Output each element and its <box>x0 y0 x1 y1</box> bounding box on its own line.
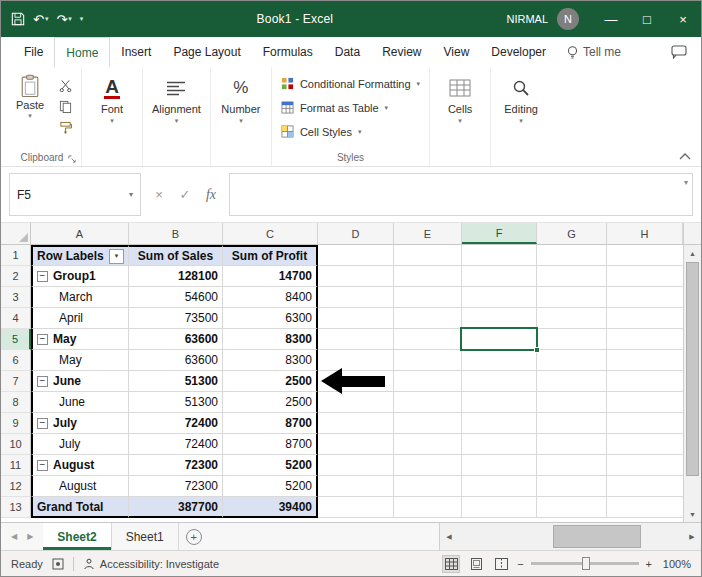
horizontal-scroll-track[interactable] <box>458 523 683 550</box>
cell-C4[interactable]: 6300 <box>223 308 318 329</box>
row-header-9[interactable]: 9 <box>1 413 31 434</box>
empty-cells-row8[interactable] <box>318 392 683 413</box>
cell-A4[interactable]: April <box>31 308 129 329</box>
cell-C12[interactable]: 5200 <box>223 476 318 497</box>
scroll-down-button[interactable]: ▼ <box>684 506 701 522</box>
cell-styles-button[interactable]: Cell Styles ▾ <box>277 121 424 142</box>
cell-C6[interactable]: 8300 <box>223 350 318 371</box>
cell-B10[interactable]: 72400 <box>129 434 223 455</box>
next-sheet-button[interactable]: ▶ <box>27 532 33 541</box>
column-header-A[interactable]: A <box>31 223 129 244</box>
cell-C5[interactable]: 8300 <box>223 329 318 350</box>
formula-input[interactable]: ▾ <box>229 173 693 216</box>
cell-A7[interactable]: − June <box>31 371 129 392</box>
cell-B3[interactable]: 54600 <box>129 287 223 308</box>
cell-B8[interactable]: 51300 <box>129 392 223 413</box>
cell-B6[interactable]: 63600 <box>129 350 223 371</box>
column-header-D[interactable]: D <box>318 223 394 244</box>
empty-cells-row5[interactable] <box>318 329 683 350</box>
cell-A1[interactable]: Row Labels ▼ <box>31 245 129 266</box>
cell-C1[interactable]: Sum of Profit <box>223 245 318 266</box>
cell-A5[interactable]: − May <box>31 329 129 350</box>
tab-home[interactable]: Home <box>54 37 110 67</box>
vertical-scrollbar[interactable]: ▲ ▼ <box>683 245 701 522</box>
cells-button[interactable]: Cells ▾ <box>435 69 485 125</box>
cell-B1[interactable]: Sum of Sales <box>129 245 223 266</box>
cell-C3[interactable]: 8400 <box>223 287 318 308</box>
macro-record-button[interactable] <box>52 558 64 570</box>
format-painter-button[interactable] <box>56 120 74 135</box>
cell-C13[interactable]: 39400 <box>223 497 318 518</box>
accessibility-checker[interactable]: Accessibility: Investigate <box>83 558 219 570</box>
cell-C8[interactable]: 2500 <box>223 392 318 413</box>
empty-cells-row2[interactable] <box>318 266 683 287</box>
collapse-august-icon[interactable]: − <box>37 460 48 471</box>
cell-A9[interactable]: − July <box>31 413 129 434</box>
cell-A3[interactable]: March <box>31 287 129 308</box>
minimize-button[interactable]: — <box>593 1 629 37</box>
cell-C10[interactable]: 8700 <box>223 434 318 455</box>
empty-cells-row1[interactable] <box>318 245 683 266</box>
row-header-12[interactable]: 12 <box>1 476 31 497</box>
empty-cells-row11[interactable] <box>318 455 683 476</box>
cell-A11[interactable]: − August <box>31 455 129 476</box>
clipboard-dialog-launcher[interactable] <box>68 155 76 163</box>
tab-view[interactable]: View <box>433 37 481 67</box>
cell-B9[interactable]: 72400 <box>129 413 223 434</box>
tab-data[interactable]: Data <box>324 37 371 67</box>
row-header-3[interactable]: 3 <box>1 287 31 308</box>
column-header-H[interactable]: H <box>607 223 683 244</box>
zoom-in-button[interactable]: + <box>646 558 652 570</box>
empty-cells-row7[interactable] <box>318 371 683 392</box>
copy-button[interactable] <box>56 99 74 114</box>
cell-A6[interactable]: May <box>31 350 129 371</box>
page-layout-view-button[interactable] <box>467 555 485 573</box>
empty-cells-row12[interactable] <box>318 476 683 497</box>
cell-B7[interactable]: 51300 <box>129 371 223 392</box>
cell-B12[interactable]: 72300 <box>129 476 223 497</box>
row-header-7[interactable]: 7 <box>1 371 31 392</box>
vertical-scroll-track[interactable] <box>684 261 701 506</box>
column-header-G[interactable]: G <box>537 223 607 244</box>
cell-B13[interactable]: 387700 <box>129 497 223 518</box>
zoom-handle[interactable] <box>582 557 590 570</box>
cell-C11[interactable]: 5200 <box>223 455 318 476</box>
undo-button[interactable]: ↶▾ <box>33 12 48 27</box>
column-header-E[interactable]: E <box>394 223 462 244</box>
empty-cells-row3[interactable] <box>318 287 683 308</box>
scroll-left-button[interactable]: ◀ <box>440 533 458 541</box>
cell-B11[interactable]: 72300 <box>129 455 223 476</box>
conditional-formatting-button[interactable]: Conditional Formatting ▾ <box>277 73 424 94</box>
cell-C9[interactable]: 8700 <box>223 413 318 434</box>
select-all-button[interactable] <box>1 223 31 244</box>
column-header-F-selected[interactable]: F <box>462 223 537 244</box>
cut-button[interactable] <box>56 78 74 93</box>
avatar[interactable]: N <box>557 8 579 30</box>
row-header-1[interactable]: 1 <box>1 245 31 266</box>
format-as-table-button[interactable]: Format as Table ▾ <box>277 97 424 118</box>
empty-cells-row10[interactable] <box>318 434 683 455</box>
sheet-tab-sheet1[interactable]: Sheet1 <box>112 523 179 550</box>
empty-cells-row4[interactable] <box>318 308 683 329</box>
enter-entry-button[interactable]: ✓ <box>173 173 197 216</box>
alignment-button[interactable]: Alignment ▾ <box>148 69 205 125</box>
row-header-2[interactable]: 2 <box>1 266 31 287</box>
tab-review[interactable]: Review <box>371 37 432 67</box>
filter-dropdown-button[interactable]: ▼ <box>109 249 124 264</box>
zoom-slider[interactable] <box>531 562 639 565</box>
row-header-11[interactable]: 11 <box>1 455 31 476</box>
font-button[interactable]: A Font ▾ <box>87 69 137 125</box>
zoom-out-button[interactable]: − <box>517 558 523 570</box>
tab-page-layout[interactable]: Page Layout <box>162 37 251 67</box>
tab-formulas[interactable]: Formulas <box>252 37 324 67</box>
cell-A12[interactable]: August <box>31 476 129 497</box>
vertical-scroll-thumb[interactable] <box>686 262 699 476</box>
number-button[interactable]: % Number ▾ <box>216 69 266 125</box>
collapse-may-icon[interactable]: − <box>37 334 48 345</box>
comments-button[interactable] <box>671 37 687 67</box>
empty-cells-row6[interactable] <box>318 350 683 371</box>
collapse-group1-icon[interactable]: − <box>37 271 48 282</box>
redo-button[interactable]: ↷▾ <box>56 12 71 27</box>
horizontal-scroll-thumb[interactable] <box>553 525 641 548</box>
zoom-percentage[interactable]: 100% <box>659 558 691 570</box>
